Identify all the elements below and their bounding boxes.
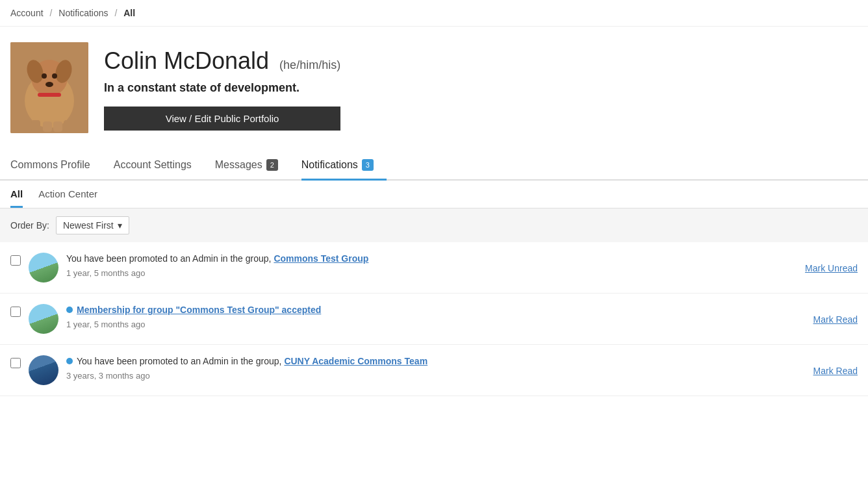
unread-dot-icon [66,307,73,313]
mountain-avatar-icon [29,253,58,283]
sub-tab-all[interactable]: All [10,188,23,208]
tab-notifications[interactable]: Notifications 3 [301,151,387,181]
notification-content-2: Membership for group "Commons Test Group… [66,304,806,329]
tabs-nav: Commons Profile Account Settings Message… [0,151,868,181]
svg-rect-8 [38,93,61,97]
tab-messages-label: Messages [215,159,262,171]
notification-link-1[interactable]: Commons Test Group [274,253,368,264]
chevron-down-icon: ▾ [118,220,122,231]
mark-unread-button-1[interactable]: Mark Unread [805,263,858,273]
tab-account-settings-label: Account Settings [114,159,192,171]
unread-dot-icon [66,358,73,364]
notification-text-1: You have been promoted to an Admin in th… [66,253,368,266]
notification-time-2: 1 year, 5 months ago [66,320,806,329]
notification-link-2[interactable]: Membership for group "Commons Test Group… [77,305,321,315]
portfolio-button[interactable]: View / Edit Public Portfolio [104,107,340,131]
notification-avatar-1 [29,253,58,283]
notification-item: You have been promoted to an Admin in th… [0,345,868,396]
avatar-image [10,42,88,133]
order-select[interactable]: Newest First ▾ [56,216,129,234]
svg-rect-9 [31,120,40,132]
order-by-label: Order By: [10,220,49,231]
tab-messages[interactable]: Messages 2 [215,151,291,181]
mark-read-button-3[interactable]: Mark Read [813,366,858,376]
tab-account-settings[interactable]: Account Settings [114,151,205,181]
avatar [10,42,88,133]
notifications-badge: 3 [362,159,374,171]
notification-content-3: You have been promoted to an Admin in th… [66,355,806,381]
notification-item: Membership for group "Commons Test Group… [0,294,868,345]
notification-time-3: 3 years, 3 months ago [66,371,806,381]
tab-notifications-label: Notifications [301,159,358,171]
order-select-value: Newest First [63,220,114,231]
breadcrumb-current: All [123,8,135,18]
sub-tabs: All Action Center [0,181,868,208]
svg-rect-10 [43,121,52,132]
svg-point-7 [45,82,53,87]
notification-text-3: You have been promoted to an Admin in th… [77,355,428,368]
sub-tab-action-center[interactable]: Action Center [38,188,97,208]
notification-link-3[interactable]: CUNY Academic Commons Team [284,356,428,366]
tab-commons-profile-label: Commons Profile [10,159,90,171]
team-avatar-icon [29,355,58,385]
profile-name: Colin McDonald [104,47,269,75]
notification-avatar-2 [29,304,58,334]
notification-item: You have been promoted to an Admin in th… [0,242,868,294]
notifications-list: You have been promoted to an Admin in th… [0,242,868,396]
svg-point-6 [52,73,57,79]
mountain-avatar-icon [29,304,58,334]
profile-header: Colin McDonald (he/him/his) In a constan… [0,27,868,146]
svg-rect-12 [64,120,71,132]
notification-action-3: Mark Read [813,365,858,376]
notification-action-1: Mark Unread [805,262,858,273]
profile-info: Colin McDonald (he/him/his) In a constan… [104,42,340,131]
svg-point-5 [42,73,47,79]
notification-avatar-3 [29,355,58,385]
notification-checkbox-1[interactable] [10,255,21,266]
notification-action-2: Mark Read [813,314,858,325]
breadcrumb-account[interactable]: Account [10,8,44,18]
breadcrumb-sep-1: / [49,8,52,18]
order-bar: Order By: Newest First ▾ [0,208,868,242]
breadcrumb-sep-2: / [114,8,117,18]
mark-read-button-2[interactable]: Mark Read [813,314,858,325]
svg-rect-11 [53,121,62,132]
tab-commons-profile[interactable]: Commons Profile [10,151,103,181]
notification-text-2: Membership for group "Commons Test Group… [77,304,321,317]
notification-checkbox-3[interactable] [10,358,21,368]
breadcrumb: Account / Notifications / All [0,0,868,27]
breadcrumb-notifications[interactable]: Notifications [58,8,108,18]
profile-pronouns: (he/him/his) [279,58,340,72]
profile-tagline: In a constant state of development. [104,81,340,95]
messages-badge: 2 [266,159,278,171]
notification-time-1: 1 year, 5 months ago [66,268,797,278]
notification-content-1: You have been promoted to an Admin in th… [66,253,797,278]
notification-checkbox-2[interactable] [10,307,21,317]
